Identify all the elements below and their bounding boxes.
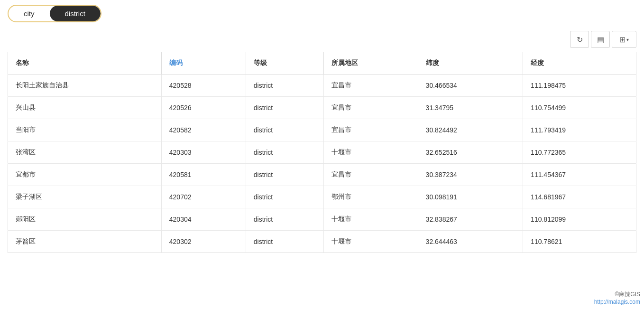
data-table: 名称 编码 等级 所属地区 纬度 经度 长阳土家族自治县420528distri… [8, 52, 636, 253]
col-header-region[interactable]: 所属地区 [323, 52, 418, 75]
cell-level: district [246, 231, 323, 253]
cell-code: 420304 [161, 208, 246, 231]
grid-view-button[interactable]: ⊞ ▾ [612, 31, 636, 48]
cell-name: 当阳市 [8, 119, 162, 141]
cell-code: 420581 [161, 164, 246, 186]
cell-level: district [246, 141, 323, 164]
col-header-code[interactable]: 编码 [161, 52, 246, 75]
cell-region: 宜昌市 [323, 97, 418, 119]
cell-level: district [246, 119, 323, 141]
refresh-button[interactable]: ↻ [570, 31, 589, 48]
chevron-down-icon: ▾ [626, 37, 629, 42]
cell-lng: 111.793419 [523, 119, 636, 141]
cell-lng: 114.681967 [523, 186, 636, 208]
cell-level: district [246, 186, 323, 208]
cell-name: 茅箭区 [8, 231, 162, 253]
top-bar: city district [0, 0, 644, 27]
cell-lng: 110.772365 [523, 141, 636, 164]
table-row: 长阳土家族自治县420528district宜昌市30.466534111.19… [8, 75, 636, 97]
cell-region: 宜昌市 [323, 164, 418, 186]
table-row: 郧阳区420304district十堰市32.838267110.812099 [8, 208, 636, 231]
cell-level: district [246, 97, 323, 119]
tab-city[interactable]: city [9, 6, 50, 21]
cell-lng: 111.454367 [523, 164, 636, 186]
cell-lat: 31.34795 [418, 97, 523, 119]
table-row: 兴山县420526district宜昌市31.34795110.754499 [8, 97, 636, 119]
cell-name: 郧阳区 [8, 208, 162, 231]
cell-lat: 32.644463 [418, 231, 523, 253]
cell-lat: 30.466534 [418, 75, 523, 97]
refresh-icon: ↻ [577, 35, 583, 44]
cell-region: 十堰市 [323, 208, 418, 231]
table-view-button[interactable]: ▤ [591, 31, 610, 48]
table-container: 名称 编码 等级 所属地区 纬度 经度 长阳土家族自治县420528distri… [0, 52, 644, 253]
toolbar: ↻ ▤ ⊞ ▾ [0, 27, 644, 52]
cell-name: 宜都市 [8, 164, 162, 186]
table-row: 张湾区420303district十堰市32.652516110.772365 [8, 141, 636, 164]
col-header-name[interactable]: 名称 [8, 52, 162, 75]
table-body: 长阳土家族自治县420528district宜昌市30.466534111.19… [8, 75, 636, 253]
watermark-line1: ©麻辣GIS [594, 290, 640, 299]
table-row: 梁子湖区420702district鄂州市30.098191114.681967 [8, 186, 636, 208]
cell-name: 梁子湖区 [8, 186, 162, 208]
cell-region: 宜昌市 [323, 119, 418, 141]
cell-region: 鄂州市 [323, 186, 418, 208]
cell-lat: 30.098191 [418, 186, 523, 208]
cell-code: 420528 [161, 75, 246, 97]
cell-code: 420582 [161, 119, 246, 141]
cell-lat: 32.838267 [418, 208, 523, 231]
table-row: 当阳市420582district宜昌市30.824492111.793419 [8, 119, 636, 141]
cell-code: 420302 [161, 231, 246, 253]
cell-lat: 30.824492 [418, 119, 523, 141]
cell-region: 十堰市 [323, 141, 418, 164]
cell-name: 张湾区 [8, 141, 162, 164]
col-header-lng[interactable]: 经度 [523, 52, 636, 75]
cell-code: 420303 [161, 141, 246, 164]
table-header: 名称 编码 等级 所属地区 纬度 经度 [8, 52, 636, 75]
table-row: 茅箭区420302district十堰市32.644463110.78621 [8, 231, 636, 253]
table-row: 宜都市420581district宜昌市30.387234111.454367 [8, 164, 636, 186]
cell-name: 兴山县 [8, 97, 162, 119]
cell-level: district [246, 164, 323, 186]
cell-code: 420526 [161, 97, 246, 119]
cell-code: 420702 [161, 186, 246, 208]
cell-lng: 110.812099 [523, 208, 636, 231]
cell-level: district [246, 75, 323, 97]
cell-lat: 30.387234 [418, 164, 523, 186]
col-header-lat[interactable]: 纬度 [418, 52, 523, 75]
footer-watermark: ©麻辣GIS http://malagis.com [594, 290, 640, 305]
cell-lng: 110.754499 [523, 97, 636, 119]
cell-name: 长阳土家族自治县 [8, 75, 162, 97]
cell-region: 十堰市 [323, 231, 418, 253]
col-header-level[interactable]: 等级 [246, 52, 323, 75]
table-icon: ▤ [597, 35, 604, 44]
grid-icon: ⊞ [619, 35, 626, 44]
cell-lng: 110.78621 [523, 231, 636, 253]
cell-region: 宜昌市 [323, 75, 418, 97]
cell-lng: 111.198475 [523, 75, 636, 97]
cell-lat: 32.652516 [418, 141, 523, 164]
tab-district[interactable]: district [50, 6, 101, 21]
tab-group: city district [8, 5, 101, 22]
watermark-line2: http://malagis.com [594, 299, 640, 305]
cell-level: district [246, 208, 323, 231]
